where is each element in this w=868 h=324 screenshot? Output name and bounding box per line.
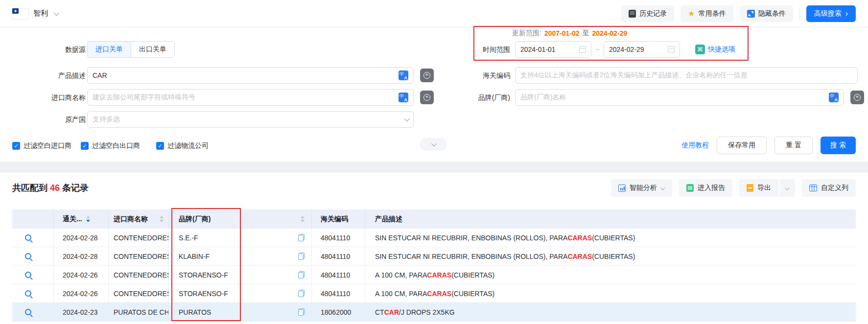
results-toolbar: 智能分析 进入报告 导出 自定义列 bbox=[611, 179, 856, 197]
magnifier-icon[interactable] bbox=[25, 272, 31, 278]
sort-icons[interactable] bbox=[160, 216, 164, 222]
brand-label: 品牌(厂商) bbox=[455, 89, 510, 106]
copy-icon[interactable] bbox=[298, 308, 305, 316]
favorites-button[interactable]: ★ 常用条件 bbox=[680, 5, 733, 22]
tab-import-declarations[interactable]: 进口关单 bbox=[88, 42, 131, 57]
history-button[interactable]: 历史记录 bbox=[621, 5, 674, 22]
checkbox-checked-icon[interactable]: ✓ bbox=[156, 142, 164, 150]
brand-input[interactable]: 品牌(厂商)名称 中 A bbox=[515, 89, 844, 106]
magnifier-icon[interactable] bbox=[25, 309, 31, 315]
save-favorite-button[interactable]: 保存常用 bbox=[717, 137, 767, 154]
checkbox-checked-icon[interactable]: ✓ bbox=[81, 142, 89, 150]
keyword-highlight: CARAS bbox=[567, 253, 592, 260]
row-detail-cell bbox=[12, 303, 54, 321]
section-divider-band bbox=[0, 162, 868, 173]
update-range-label: 更新范围: bbox=[512, 29, 541, 38]
copy-icon[interactable] bbox=[298, 290, 305, 297]
header-importer[interactable]: 进口商名称 bbox=[109, 209, 169, 229]
row-detail-cell bbox=[12, 229, 54, 247]
row-importer: CONTENEDORES bbox=[109, 247, 169, 265]
count-suffix: 条记录 bbox=[62, 182, 89, 194]
data-source-tabs: 进口关单 出口关单 bbox=[87, 41, 175, 58]
chevron-down-icon bbox=[785, 185, 789, 190]
calendar-icon[interactable] bbox=[668, 46, 675, 53]
header-product-desc[interactable]: 产品描述 bbox=[365, 209, 856, 229]
tutorial-link[interactable]: 使用教程 bbox=[681, 141, 709, 150]
sort-desc-icon[interactable] bbox=[160, 220, 164, 222]
checkbox-checked-icon[interactable]: ✓ bbox=[12, 142, 20, 150]
export-dropdown-button[interactable] bbox=[779, 179, 795, 197]
importer-input[interactable]: 建议去除公司尾部字符或特殊符号 中 A bbox=[87, 89, 414, 106]
collapse-icon bbox=[747, 10, 755, 18]
tab-export-declarations[interactable]: 出口关单 bbox=[131, 42, 174, 57]
product-desc-label: 产品描述 bbox=[29, 67, 86, 84]
country-selector-label[interactable]: 智利 bbox=[33, 9, 48, 18]
calendar-icon[interactable] bbox=[579, 46, 586, 53]
exact-match-toggle[interactable]: = bbox=[420, 69, 434, 82]
sort-asc-icon[interactable] bbox=[301, 216, 305, 218]
table-row[interactable]: 2024-02-23PURATOS DE CHIPURATOS18062000C… bbox=[12, 303, 856, 322]
filter-logistics-checkbox[interactable]: ✓ 过滤物流公司 bbox=[156, 139, 209, 153]
header-clearance-date[interactable]: 通关... bbox=[54, 209, 109, 229]
search-button[interactable]: 搜 索 bbox=[821, 137, 856, 154]
header-hs-code[interactable]: 海关编码 bbox=[312, 209, 365, 229]
date-start-input[interactable]: 2024-01-01 bbox=[515, 41, 591, 58]
sort-icons[interactable] bbox=[86, 216, 90, 222]
favorites-button-label: 常用条件 bbox=[699, 9, 726, 18]
keyword-highlight: CARAS bbox=[567, 234, 592, 242]
chevron-down-icon bbox=[404, 116, 410, 121]
result-count: 共匹配到 46 条记录 bbox=[12, 182, 89, 194]
filter-blank-importer-checkbox[interactable]: ✓ 过滤空白进口商 bbox=[12, 139, 71, 153]
table-row[interactable]: 2024-02-28CONTENEDORESKLABIN-F48041110SI… bbox=[12, 247, 856, 266]
header-brand[interactable]: 品牌(厂商) bbox=[169, 209, 312, 229]
product-desc-input[interactable]: CAR 中 A bbox=[87, 67, 414, 84]
divider bbox=[799, 8, 800, 20]
exact-match-toggle[interactable]: = bbox=[420, 91, 434, 104]
sort-desc-icon-active[interactable] bbox=[86, 220, 90, 222]
enter-report-label: 进入报告 bbox=[698, 184, 725, 192]
sort-asc-icon[interactable] bbox=[86, 216, 90, 218]
sort-icons[interactable] bbox=[301, 216, 305, 222]
sort-asc-icon[interactable] bbox=[160, 216, 164, 218]
arrow-right-icon: › bbox=[845, 10, 848, 17]
keyword-highlight: CARAS bbox=[427, 290, 451, 298]
product-desc-value: CAR bbox=[93, 71, 107, 79]
translate-icon[interactable]: 中 A bbox=[829, 93, 839, 102]
hs-code-input[interactable]: 支持4位以上海关编码或者2位海关编码加上产品描述、企业名称的任一信息 bbox=[515, 67, 858, 84]
filter-label: 过滤空白出口商 bbox=[92, 141, 140, 150]
table-row[interactable]: 2024-02-26CONTENEDORESSTORAENSO-F4804111… bbox=[12, 284, 856, 303]
columns-icon bbox=[809, 185, 817, 191]
magnifier-icon[interactable] bbox=[25, 253, 31, 259]
copy-icon[interactable] bbox=[298, 234, 305, 241]
smart-analysis-button[interactable]: 智能分析 bbox=[611, 179, 672, 197]
chevron-down-icon[interactable] bbox=[54, 10, 59, 15]
sort-desc-icon[interactable] bbox=[301, 220, 305, 222]
enter-report-button[interactable]: 进入报告 bbox=[679, 179, 732, 197]
reset-button[interactable]: 重 置 bbox=[774, 137, 813, 154]
translate-icon[interactable]: 中 A bbox=[399, 93, 408, 102]
collapse-panel-button[interactable] bbox=[420, 138, 447, 151]
copy-icon[interactable] bbox=[298, 271, 305, 278]
customize-columns-button[interactable]: 自定义列 bbox=[802, 179, 856, 197]
header-search-col bbox=[12, 209, 54, 229]
advanced-search-label: 高级搜索 bbox=[814, 9, 842, 18]
export-button[interactable]: 导出 bbox=[739, 179, 778, 197]
magnifier-icon[interactable] bbox=[25, 234, 31, 241]
exact-match-icon: = bbox=[423, 72, 430, 79]
copy-icon[interactable] bbox=[298, 253, 305, 260]
quick-options-button[interactable]: ⌘ 快捷选项 bbox=[695, 45, 735, 54]
table-row[interactable]: 2024-02-26CONTENEDORESSTORAENSO-F4804111… bbox=[12, 266, 856, 284]
export-label: 导出 bbox=[757, 184, 771, 192]
row-hs-code: 18062000 bbox=[312, 303, 365, 321]
date-end-value: 2024-02-29 bbox=[609, 46, 644, 53]
smart-analysis-label: 智能分析 bbox=[630, 184, 657, 192]
table-row[interactable]: 2024-02-28CONTENEDORESS.E.-F48041110SIN … bbox=[12, 229, 856, 247]
filter-blank-exporter-checkbox[interactable]: ✓ 过滤空白出口商 bbox=[81, 139, 140, 153]
magnifier-icon[interactable] bbox=[25, 290, 31, 297]
advanced-search-button[interactable]: 高级搜索 › bbox=[806, 5, 856, 22]
hide-conditions-button[interactable]: 隐藏条件 bbox=[740, 5, 793, 22]
date-end-input[interactable]: 2024-02-29 bbox=[604, 41, 680, 58]
exact-match-toggle[interactable]: = bbox=[850, 91, 864, 104]
origin-select[interactable]: 支持多选 bbox=[87, 111, 414, 128]
translate-icon[interactable]: 中 A bbox=[399, 70, 408, 80]
